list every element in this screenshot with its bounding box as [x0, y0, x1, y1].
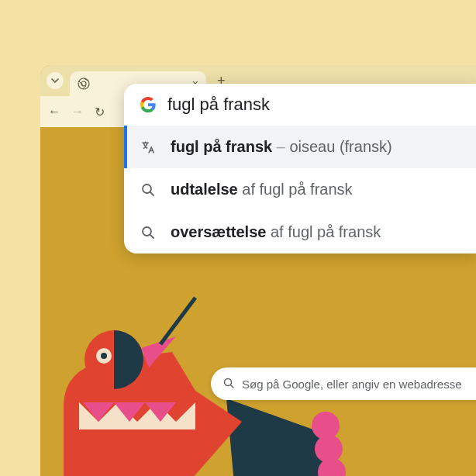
- suggestion-row[interactable]: oversættelse af fugl på fransk: [124, 211, 476, 254]
- suggestion-text: oversættelse af fugl på fransk: [171, 223, 381, 241]
- suggestion-row[interactable]: fugl på fransk – oiseau (fransk): [124, 126, 476, 168]
- search-icon: [140, 224, 157, 241]
- translate-icon: [140, 139, 157, 156]
- svg-line-15: [160, 298, 195, 344]
- svg-point-1: [81, 81, 86, 86]
- suggestion-text: udtalelse af fugl på fransk: [171, 181, 353, 198]
- omnibox-dropdown: fugl på fransk – oiseau (fransk)udtalels…: [124, 84, 476, 254]
- omnibox-input[interactable]: [167, 95, 460, 115]
- svg-line-18: [231, 385, 234, 388]
- svg-line-3: [79, 81, 84, 86]
- google-logo-icon: [140, 96, 157, 113]
- omnibox-input-row: [124, 84, 476, 126]
- search-icon: [140, 181, 157, 198]
- chrome-favicon: [78, 78, 90, 90]
- svg-line-20: [150, 191, 153, 195]
- svg-point-13: [101, 353, 107, 359]
- suggestion-text: fugl på fransk – oiseau (fransk): [171, 138, 392, 156]
- search-icon: [223, 378, 234, 391]
- svg-line-22: [150, 234, 153, 237]
- reload-button[interactable]: ↻: [95, 105, 105, 119]
- forward-button[interactable]: →: [71, 105, 84, 119]
- back-button[interactable]: ←: [48, 105, 60, 119]
- search-placeholder: Søg på Google, eller angiv en webadresse: [242, 378, 462, 391]
- search-bar[interactable]: Søg på Google, eller angiv en webadresse: [211, 367, 476, 400]
- tab-list-dropdown[interactable]: [47, 72, 64, 89]
- suggestion-row[interactable]: udtalelse af fugl på fransk: [124, 168, 476, 211]
